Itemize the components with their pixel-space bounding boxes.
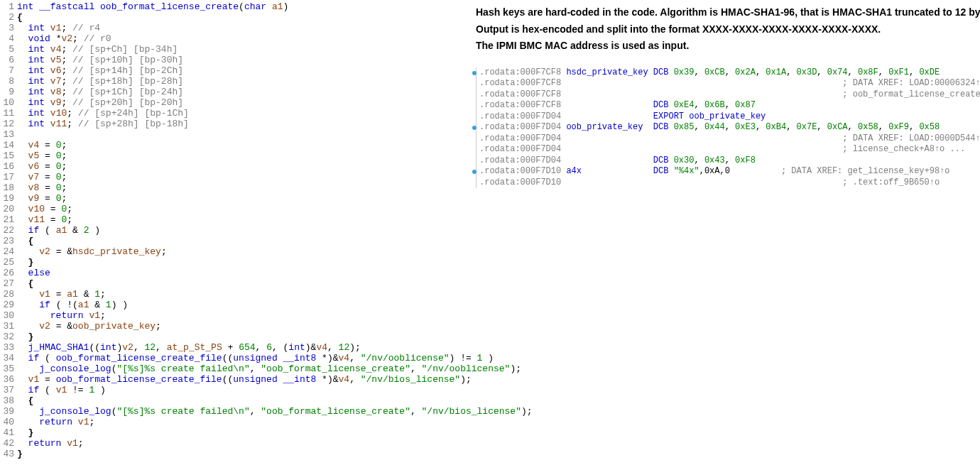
line-number[interactable]: 5 (0, 44, 16, 55)
line-number[interactable]: 33 (0, 342, 16, 353)
line-number[interactable]: 23 (0, 236, 16, 246)
breakpoint-dot-icon[interactable] (472, 71, 477, 75)
code-line[interactable]: 35 j_console_log("[%s]%s create failed\n… (0, 363, 469, 374)
line-number[interactable]: 22 (0, 225, 16, 236)
code-line[interactable]: 7 int v6; // [sp+14h] [bp-2Ch] (0, 65, 469, 76)
code-line[interactable]: 30 return v1; (0, 310, 469, 321)
line-number[interactable]: 15 (0, 151, 16, 161)
line-number[interactable]: 30 (0, 310, 16, 321)
line-number[interactable]: 28 (0, 289, 16, 300)
disasm-line[interactable]: .rodata:000F7CF8 ; DATA XREF: LOAD:00006… (479, 78, 980, 89)
code-line[interactable]: 20 v10 = 0; (0, 204, 469, 214)
line-number[interactable]: 25 (0, 257, 16, 268)
disasm-line[interactable]: .rodata:000F7CF8 hsdc_private_key DCB 0x… (479, 67, 980, 79)
disasm-line[interactable]: .rodata:000F7D04 ; DATA XREF: LOAD:0000D… (479, 133, 980, 145)
code-line[interactable]: 23 { (0, 236, 469, 246)
disasm-line[interactable]: .rodata:000F7CF8 ; oob_format_license_cr… (479, 89, 980, 101)
line-number[interactable]: 27 (0, 278, 16, 289)
line-number[interactable]: 37 (0, 385, 16, 395)
line-number[interactable]: 11 (0, 108, 16, 119)
code-line[interactable]: 21 v11 = 0; (0, 214, 469, 225)
code-line[interactable]: 37 if ( v1 != 1 ) (0, 385, 469, 395)
code-line[interactable]: 5 int v4; // [sp+Ch] [bp-34h] (0, 44, 469, 55)
code-line[interactable]: 43} (0, 449, 469, 459)
disasm-line[interactable]: .rodata:000F7D10 a4x DCB "%4x",0xA,0 ; D… (479, 166, 980, 177)
code-line[interactable]: 1int __fastcall oob_format_license_creat… (0, 1, 469, 12)
code-line[interactable]: 42 return v1; (0, 438, 469, 449)
line-number[interactable]: 19 (0, 193, 16, 204)
disasm-line[interactable]: .rodata:000F7D04 EXPORT oob_private_key (479, 111, 980, 123)
line-number[interactable]: 7 (0, 65, 16, 76)
code-line[interactable]: 39 j_console_log("[%s]%s create failed\n… (0, 406, 469, 417)
code-line[interactable]: 3 int v1; // r4 (0, 23, 469, 33)
line-number[interactable]: 34 (0, 353, 16, 363)
line-number[interactable]: 14 (0, 140, 16, 151)
code-line[interactable]: 19 v9 = 0; (0, 193, 469, 204)
line-number[interactable]: 40 (0, 417, 16, 427)
disasm-line[interactable]: .rodata:000F7D04 oob_private_key DCB 0x8… (479, 122, 980, 133)
line-number[interactable]: 2 (0, 12, 16, 23)
line-number[interactable]: 24 (0, 246, 16, 257)
breakpoint-dot-icon[interactable] (472, 126, 477, 130)
code-line[interactable]: 18 v8 = 0; (0, 182, 469, 193)
line-number[interactable]: 31 (0, 321, 16, 332)
line-number[interactable]: 10 (0, 97, 16, 108)
code-line[interactable]: 13 (0, 129, 469, 140)
disasm-line[interactable]: .rodata:000F7D10 ; .text:off_9B650↑o (479, 177, 980, 189)
decompiler-view[interactable]: 1int __fastcall oob_format_license_creat… (0, 0, 469, 465)
code-line[interactable]: 16 v6 = 0; (0, 161, 469, 172)
code-line[interactable]: 38 { (0, 395, 469, 406)
code-line[interactable]: 17 v7 = 0; (0, 172, 469, 182)
line-number[interactable]: 18 (0, 182, 16, 193)
disasm-line[interactable]: .rodata:000F7D04 DCB 0x30, 0x43, 0xF8 (479, 155, 980, 167)
code-line[interactable]: 9 int v8; // [sp+1Ch] [bp-24h] (0, 87, 469, 97)
code-line[interactable]: 22 if ( a1 & 2 ) (0, 225, 469, 236)
code-line[interactable]: 8 int v7; // [sp+18h] [bp-28h] (0, 76, 469, 87)
line-number[interactable]: 43 (0, 449, 16, 459)
disassembly-view[interactable]: .rodata:000F7CF8 hsdc_private_key DCB 0x… (476, 67, 980, 189)
line-number[interactable]: 42 (0, 438, 16, 449)
line-number[interactable]: 29 (0, 300, 16, 310)
line-number[interactable]: 17 (0, 172, 16, 182)
line-number[interactable]: 38 (0, 395, 16, 406)
code-line[interactable]: 31 v2 = &oob_private_key; (0, 321, 469, 332)
line-number[interactable]: 16 (0, 161, 16, 172)
code-line[interactable]: 36 v1 = oob_format_license_create_file((… (0, 374, 469, 385)
code-line[interactable]: 12 int v11; // [sp+28h] [bp-18h] (0, 119, 469, 129)
code-line[interactable]: 25 } (0, 257, 469, 268)
line-number[interactable]: 12 (0, 119, 16, 129)
line-number[interactable]: 6 (0, 55, 16, 65)
line-number[interactable]: 4 (0, 33, 16, 44)
code-line[interactable]: 6 int v5; // [sp+10h] [bp-30h] (0, 55, 469, 65)
line-number[interactable]: 41 (0, 427, 16, 438)
code-line[interactable]: 41 } (0, 427, 469, 438)
line-number[interactable]: 35 (0, 363, 16, 374)
code-line[interactable]: 15 v5 = 0; (0, 151, 469, 161)
line-number[interactable]: 13 (0, 129, 16, 140)
line-number[interactable]: 9 (0, 87, 16, 97)
code-line[interactable]: 14 v4 = 0; (0, 140, 469, 151)
line-number[interactable]: 36 (0, 374, 16, 385)
code-line[interactable]: 34 if ( oob_format_license_create_file((… (0, 353, 469, 363)
code-line[interactable]: 28 v1 = a1 & 1; (0, 289, 469, 300)
code-line[interactable]: 27 { (0, 278, 469, 289)
disasm-line[interactable]: .rodata:000F7CF8 DCB 0xE4, 0x6B, 0x87 (479, 100, 980, 111)
line-number[interactable]: 32 (0, 332, 16, 342)
disasm-line[interactable]: .rodata:000F7D04 ; license_check+A8↑o ..… (479, 144, 980, 155)
line-number[interactable]: 8 (0, 76, 16, 87)
line-number[interactable]: 20 (0, 204, 16, 214)
code-line[interactable]: 29 if ( !(a1 & 1) ) (0, 300, 469, 310)
line-number[interactable]: 26 (0, 268, 16, 278)
breakpoint-dot-icon[interactable] (472, 170, 477, 174)
line-number[interactable]: 39 (0, 406, 16, 417)
code-line[interactable]: 26 else (0, 268, 469, 278)
line-number[interactable]: 3 (0, 23, 16, 33)
code-line[interactable]: 40 return v1; (0, 417, 469, 427)
code-line[interactable]: 32 } (0, 332, 469, 342)
code-line[interactable]: 11 int v10; // [sp+24h] [bp-1Ch] (0, 108, 469, 119)
code-line[interactable]: 10 int v9; // [sp+20h] [bp-20h] (0, 97, 469, 108)
line-number[interactable]: 1 (0, 1, 16, 12)
code-line[interactable]: 4 void *v2; // r0 (0, 33, 469, 44)
code-line[interactable]: 33 j_HMAC_SHA1((int)v2, 12, at_p_St_PS +… (0, 342, 469, 353)
code-line[interactable]: 24 v2 = &hsdc_private_key; (0, 246, 469, 257)
